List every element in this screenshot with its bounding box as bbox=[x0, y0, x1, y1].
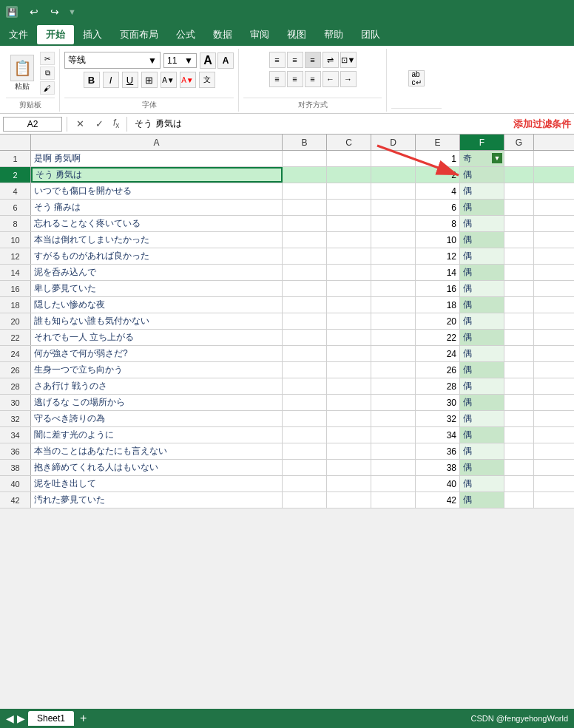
table-row[interactable]: 40泥を吐き出して40偶 bbox=[0, 476, 574, 492]
cell-f[interactable]: 偶 bbox=[460, 297, 504, 313]
menu-item-review[interactable]: 审阅 bbox=[241, 25, 278, 44]
table-row[interactable]: 42汚れた夢見ていた42偶 bbox=[0, 492, 574, 508]
cell-b[interactable] bbox=[283, 460, 327, 475]
cell-e[interactable]: 20 bbox=[416, 313, 460, 329]
menu-item-team[interactable]: 团队 bbox=[352, 25, 389, 44]
cell-a[interactable]: さあ行け 戦うのさ bbox=[31, 378, 283, 394]
font-size-decrease-button[interactable]: A bbox=[217, 52, 234, 69]
cell-b[interactable] bbox=[283, 151, 327, 166]
cell-e[interactable]: 16 bbox=[416, 281, 460, 296]
row-number[interactable]: 38 bbox=[0, 460, 31, 475]
cell-b[interactable] bbox=[283, 395, 327, 410]
cell-d[interactable] bbox=[371, 265, 416, 280]
align-top-button[interactable]: ≡ bbox=[269, 52, 286, 68]
wrap-text-button[interactable]: ⇌ bbox=[323, 52, 339, 68]
cell-d[interactable] bbox=[371, 460, 416, 475]
col-header-f[interactable]: F bbox=[460, 135, 504, 150]
cell-a[interactable]: 誰も知らない誰も気付かない bbox=[31, 313, 283, 329]
row-number[interactable]: 4 bbox=[0, 183, 31, 199]
cell-b[interactable] bbox=[283, 378, 327, 394]
cell-d[interactable] bbox=[371, 200, 416, 215]
table-row[interactable]: 28さあ行け 戦うのさ28偶 bbox=[0, 378, 574, 395]
cell-e[interactable]: 10 bbox=[416, 232, 460, 248]
row-number[interactable]: 6 bbox=[0, 200, 31, 215]
cell-g[interactable] bbox=[504, 232, 534, 248]
table-row[interactable]: 34闇に差す光のように34偶 bbox=[0, 427, 574, 443]
cell-c[interactable] bbox=[327, 476, 371, 491]
cell-e[interactable]: 42 bbox=[416, 492, 460, 508]
cell-f[interactable]: 偶 bbox=[460, 216, 504, 231]
align-left-button[interactable]: ≡ bbox=[269, 71, 286, 87]
cell-a[interactable]: そう 痛みは bbox=[31, 200, 283, 215]
cell-b[interactable] bbox=[283, 427, 327, 443]
cell-b[interactable] bbox=[283, 492, 327, 508]
cell-e[interactable]: 6 bbox=[416, 200, 460, 215]
cell-f[interactable]: 偶 bbox=[460, 248, 504, 264]
cell-c[interactable] bbox=[327, 395, 371, 410]
table-row[interactable]: 1是啊 勇気啊1奇▼ bbox=[0, 151, 574, 167]
cell-b[interactable] bbox=[283, 297, 327, 313]
cell-g[interactable] bbox=[504, 313, 534, 329]
cell-b[interactable] bbox=[283, 281, 327, 296]
confirm-formula-button[interactable]: ✓ bbox=[91, 116, 107, 132]
font-extra-button[interactable]: 文 bbox=[199, 72, 215, 88]
table-row[interactable]: 24何が強さで何が弱さだ?24偶 bbox=[0, 346, 574, 362]
border-button[interactable]: ⊞ bbox=[141, 72, 158, 88]
cell-d[interactable] bbox=[371, 378, 416, 394]
cell-d[interactable] bbox=[371, 216, 416, 231]
row-number[interactable]: 40 bbox=[0, 476, 31, 491]
menu-item-data[interactable]: 数据 bbox=[204, 25, 241, 44]
cell-f[interactable]: 偶 bbox=[460, 313, 504, 329]
cell-c[interactable] bbox=[327, 216, 371, 231]
cell-c[interactable] bbox=[327, 232, 371, 248]
cell-e[interactable]: 1 bbox=[416, 151, 460, 166]
cell-c[interactable] bbox=[327, 443, 371, 459]
cell-b[interactable] bbox=[283, 167, 327, 183]
cut-button[interactable]: ✂ bbox=[40, 52, 55, 65]
cell-e[interactable]: 18 bbox=[416, 297, 460, 313]
currency-button[interactable]: abc↵ bbox=[408, 70, 425, 86]
cell-e[interactable]: 14 bbox=[416, 265, 460, 280]
menu-item-help[interactable]: 帮助 bbox=[315, 25, 352, 44]
sheet-tab-sheet1[interactable]: Sheet1 bbox=[28, 711, 74, 726]
cell-g[interactable] bbox=[504, 183, 534, 199]
table-row[interactable]: 38抱き締めてくれる人はもいない38偶 bbox=[0, 460, 574, 476]
table-row[interactable]: 2そう 勇気は2偶 bbox=[0, 167, 574, 183]
table-row[interactable]: 6そう 痛みは6偶 bbox=[0, 200, 574, 216]
cell-b[interactable] bbox=[283, 346, 327, 361]
cell-a[interactable]: 隠したい惨めな夜 bbox=[31, 297, 283, 313]
font-size-increase-button[interactable]: A bbox=[200, 52, 216, 69]
cell-b[interactable] bbox=[283, 443, 327, 459]
cell-f[interactable]: 偶 bbox=[460, 232, 504, 248]
cell-g[interactable] bbox=[504, 460, 534, 475]
cell-e[interactable]: 36 bbox=[416, 443, 460, 459]
table-row[interactable]: 8忘れることなく疼いている8偶 bbox=[0, 216, 574, 232]
cell-a[interactable]: いつでも傷口を開かせる bbox=[31, 183, 283, 199]
formula-input[interactable]: そう 勇気は bbox=[132, 116, 510, 132]
row-number[interactable]: 10 bbox=[0, 232, 31, 248]
bold-button[interactable]: B bbox=[84, 72, 100, 88]
sheet-nav-next[interactable]: ▶ bbox=[17, 712, 25, 724]
cell-a[interactable]: 闇に差す光のように bbox=[31, 427, 283, 443]
cell-g[interactable] bbox=[504, 492, 534, 508]
cell-a[interactable]: それでも一人 立ち上がる bbox=[31, 330, 283, 345]
italic-button[interactable]: I bbox=[103, 72, 119, 88]
font-name-selector[interactable]: 等线 ▼ bbox=[64, 52, 161, 69]
cell-c[interactable] bbox=[327, 411, 371, 426]
filter-dropdown-button[interactable]: ▼ bbox=[492, 153, 502, 163]
cell-b[interactable] bbox=[283, 313, 327, 329]
fill-color-button[interactable]: A▼ bbox=[161, 72, 177, 88]
cell-a[interactable]: 泥を呑み込んで bbox=[31, 265, 283, 280]
cell-g[interactable] bbox=[504, 216, 534, 231]
cell-d[interactable] bbox=[371, 248, 416, 264]
cell-f[interactable]: 奇▼ bbox=[460, 151, 504, 166]
table-row[interactable]: 10本当は倒れてしまいたかった10偶 bbox=[0, 232, 574, 248]
cell-b[interactable] bbox=[283, 330, 327, 345]
indent-increase-button[interactable]: → bbox=[340, 71, 357, 87]
cell-b[interactable] bbox=[283, 476, 327, 491]
col-header-d[interactable]: D bbox=[371, 135, 416, 150]
cell-a[interactable]: 卑し夢見ていた bbox=[31, 281, 283, 296]
cell-d[interactable] bbox=[371, 330, 416, 345]
cell-e[interactable]: 24 bbox=[416, 346, 460, 361]
cell-e[interactable]: 32 bbox=[416, 411, 460, 426]
